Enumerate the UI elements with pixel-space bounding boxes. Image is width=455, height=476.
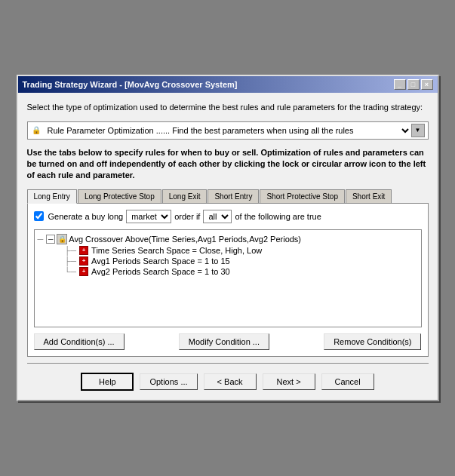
next-button[interactable]: Next > (263, 373, 315, 390)
tab-long-entry[interactable]: Long Entry (27, 189, 77, 204)
tab-long-exit[interactable]: Long Exit (162, 189, 208, 203)
tree-child-label-3: Avg2 Periods Search Space = 1 to 30 (91, 267, 230, 276)
order-if-label: order if (174, 212, 200, 221)
window-title: Trading Strategy Wizard - [MovAvg Crosso… (23, 80, 238, 89)
tab-short-protective-stop[interactable]: Short Protective Stop (260, 189, 345, 203)
generate-checkbox[interactable] (34, 211, 44, 221)
generate-row: Generate a buy long market order if all … (34, 210, 422, 223)
condition-tree: ─ ─ 🔒 Avg Crossover Above(Time Series,Av… (34, 229, 422, 327)
lock-icon-root[interactable]: 🔒 (57, 234, 67, 244)
param-icon-1[interactable]: + (79, 246, 88, 255)
tab-content-panel: Generate a buy long market order if all … (27, 204, 429, 357)
tree-child-label-2: Avg1 Periods Search Space = 1 to 15 (91, 256, 230, 266)
tab-short-exit[interactable]: Short Exit (346, 189, 392, 203)
minimize-button[interactable]: _ (394, 79, 406, 90)
tree-children: ├─ + Time Series Search Space = Close, H… (65, 245, 418, 277)
options-button[interactable]: Options ... (140, 373, 197, 390)
tree-root-node: ─ ─ 🔒 Avg Crossover Above(Time Series,Av… (38, 233, 418, 245)
divider (27, 363, 429, 364)
tab-bar: Long Entry Long Protective Stop Long Exi… (27, 189, 429, 204)
maximize-button[interactable]: □ (407, 79, 420, 90)
add-conditions-button[interactable]: Add Condition(s) ... (34, 333, 125, 350)
close-button[interactable]: × (421, 79, 433, 90)
tree-child-node-2: ├─ + Avg1 Periods Search Space = 1 to 15 (65, 256, 418, 266)
generate-label: Generate a buy long (48, 212, 124, 221)
dialog-content: Select the type of optimization used to … (18, 93, 438, 400)
remove-conditions-button[interactable]: Remove Condition(s) (324, 333, 421, 350)
filter-select[interactable]: all (203, 210, 232, 223)
lock-icon: 🔒 (31, 125, 42, 136)
optimization-select[interactable]: Rule Parameter Optimization ...... Find … (45, 125, 411, 136)
cancel-button[interactable]: Cancel (321, 373, 374, 390)
modify-condition-button[interactable]: Modify Condition ... (179, 333, 269, 350)
tree-child-node-3: └─ + Avg2 Periods Search Space = 1 to 30 (65, 266, 418, 277)
main-window: Trading Strategy Wizard - [MovAvg Crosso… (17, 75, 439, 401)
tree-child-label-1: Time Series Search Space = Close, High, … (91, 246, 262, 255)
description-text-1: Select the type of optimization used to … (27, 102, 429, 113)
title-bar-buttons: _ □ × (394, 79, 433, 90)
tree-child-node-1: ├─ + Time Series Search Space = Close, H… (65, 245, 418, 256)
title-bar: Trading Strategy Wizard - [MovAvg Crosso… (18, 76, 438, 93)
navigation-row: Help Options ... < Back Next > Cancel (27, 373, 429, 391)
param-icon-2[interactable]: + (79, 256, 88, 266)
tree-root-label: Avg Crossover Above(Time Series,Avg1 Per… (69, 235, 301, 244)
tab-long-protective-stop[interactable]: Long Protective Stop (78, 189, 161, 203)
order-type-select[interactable]: market (126, 210, 171, 223)
back-button[interactable]: < Back (204, 373, 257, 390)
tab-short-entry[interactable]: Short Entry (208, 189, 259, 203)
help-button[interactable]: Help (81, 373, 134, 391)
condition-buttons-row: Add Condition(s) ... Modify Condition ..… (34, 333, 422, 350)
description-text-2: Use the tabs below to specify rules for … (27, 147, 429, 182)
trailing-label: of the following are true (235, 212, 321, 221)
tree-collapse-button[interactable]: ─ (46, 235, 55, 244)
optimization-dropdown-row: 🔒 Rule Parameter Optimization ...... Fin… (27, 121, 429, 140)
optimization-dropdown-arrow[interactable]: ▼ (411, 124, 425, 137)
param-icon-3[interactable]: + (79, 267, 88, 276)
